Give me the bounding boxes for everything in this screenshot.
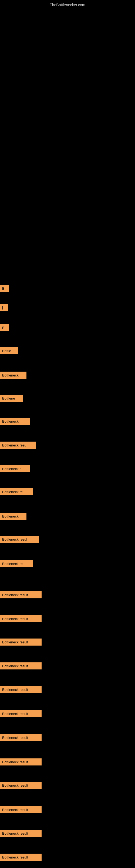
result-item-9[interactable]: Bottleneck r [0, 465, 30, 472]
site-title-text: TheBottlenecker.com [50, 3, 85, 7]
result-item-10[interactable]: Bottleneck re [0, 488, 33, 495]
result-item-2[interactable]: [ [0, 304, 8, 311]
result-item-24[interactable]: Bottleneck result [0, 830, 42, 837]
result-item-8[interactable]: Bottleneck resu [0, 442, 36, 448]
result-item-16[interactable]: Bottleneck result [0, 639, 42, 646]
result-item-5[interactable]: Bottleneck [0, 372, 27, 379]
result-item-12[interactable]: Bottleneck resul [0, 536, 39, 543]
result-item-21[interactable]: Bottleneck result [0, 758, 42, 766]
result-item-23[interactable]: Bottleneck result [0, 806, 42, 813]
result-item-25[interactable]: Bottleneck result [0, 854, 42, 861]
result-item-17[interactable]: Bottleneck result [0, 662, 42, 670]
result-item-3[interactable]: B [0, 324, 9, 331]
result-item-11[interactable]: Bottleneck [0, 513, 27, 520]
result-item-15[interactable]: Bottleneck result [0, 615, 42, 622]
result-item-18[interactable]: Bottleneck result [0, 686, 42, 693]
result-item-14[interactable]: Bottleneck result [0, 591, 42, 598]
result-item-4[interactable]: Bottle [0, 347, 18, 354]
result-item-22[interactable]: Bottleneck result [0, 782, 42, 789]
result-item-1[interactable]: B [0, 285, 9, 292]
result-item-13[interactable]: Bottleneck re [0, 560, 33, 567]
result-item-7[interactable]: Bottleneck r [0, 418, 30, 425]
site-title: TheBottlenecker.com [0, 0, 135, 8]
result-item-6[interactable]: Bottlene [0, 395, 23, 402]
result-item-20[interactable]: Bottleneck result [0, 734, 42, 741]
result-item-19[interactable]: Bottleneck result [0, 710, 42, 717]
